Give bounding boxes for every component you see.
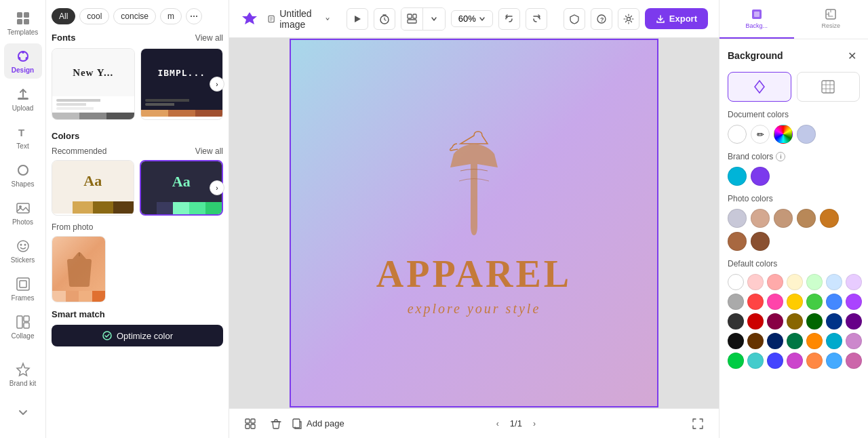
document-title[interactable]: Untitled image	[267, 8, 330, 30]
brand-color-cyan[interactable]	[728, 167, 747, 186]
sidebar-item-brand[interactable]: Brand kit	[4, 357, 42, 392]
default-color-25[interactable]	[806, 333, 823, 349]
default-color-28[interactable]	[728, 353, 744, 369]
default-color-10[interactable]	[787, 294, 803, 310]
default-color-27[interactable]	[846, 333, 862, 349]
bg-type-pattern[interactable]	[797, 72, 861, 102]
svg-rect-2	[17, 19, 22, 24]
default-color-15[interactable]	[747, 313, 764, 330]
default-color-14[interactable]	[728, 313, 744, 330]
default-color-18[interactable]	[806, 313, 823, 330]
timer-button[interactable]	[374, 8, 395, 30]
redo-button[interactable]	[526, 8, 547, 30]
from-photo-card[interactable]	[52, 236, 106, 302]
export-button[interactable]: Export	[645, 8, 708, 29]
canvas[interactable]: APPAREL explore your style	[291, 40, 657, 406]
photo-color-6[interactable]	[728, 232, 747, 251]
shield-icon-button[interactable]	[564, 8, 585, 30]
tab-resize[interactable]: Resize	[794, 0, 869, 39]
default-color-2[interactable]	[767, 274, 783, 290]
default-color-22[interactable]	[747, 333, 764, 349]
color-theme-card-1[interactable]: Aa	[52, 160, 134, 216]
default-color-30[interactable]	[767, 353, 783, 369]
default-color-12[interactable]	[826, 294, 842, 310]
sidebar-item-photos[interactable]: Photos	[4, 195, 42, 231]
add-page-button[interactable]: Add page	[292, 418, 344, 429]
font-cards-next-button[interactable]: ›	[210, 77, 224, 92]
default-color-13[interactable]	[846, 294, 862, 310]
photo-color-1[interactable]	[728, 209, 747, 228]
optimize-color-button[interactable]: Optimize color	[52, 325, 223, 346]
default-color-9[interactable]	[767, 294, 783, 310]
default-color-29[interactable]	[747, 353, 764, 369]
trash-button[interactable]	[266, 414, 286, 434]
filter-tab-cool[interactable]: cool	[79, 8, 109, 24]
sidebar-item-design[interactable]: Design	[4, 43, 42, 79]
default-color-31[interactable]	[787, 353, 803, 369]
default-color-17[interactable]	[787, 313, 803, 330]
sidebar-item-frames[interactable]: Frames	[4, 271, 42, 306]
bg-type-solid[interactable]	[728, 72, 791, 102]
layout-button[interactable]	[401, 8, 423, 30]
doc-color-rainbow[interactable]	[774, 125, 793, 144]
default-color-3[interactable]	[787, 274, 803, 290]
theme-cards-next-button[interactable]: ›	[210, 180, 224, 195]
default-color-32[interactable]	[806, 353, 823, 369]
sidebar-item-expand[interactable]	[4, 395, 42, 430]
sidebar-item-templates[interactable]: Templates	[4, 5, 42, 41]
brand-color-purple[interactable]	[751, 167, 770, 186]
default-color-23[interactable]	[767, 333, 783, 349]
tab-background[interactable]: Backg...	[719, 0, 794, 39]
fonts-view-all[interactable]: View all	[195, 33, 223, 43]
photo-color-4[interactable]	[797, 209, 816, 228]
doc-color-light-blue[interactable]	[797, 125, 816, 144]
default-color-6[interactable]	[846, 274, 862, 290]
play-button[interactable]	[347, 8, 368, 30]
default-color-33[interactable]	[826, 353, 842, 369]
photo-color-2[interactable]	[751, 209, 770, 228]
photo-color-5[interactable]	[820, 209, 839, 228]
default-color-5[interactable]	[826, 274, 842, 290]
default-color-7[interactable]	[728, 294, 744, 310]
fullscreen-button[interactable]	[688, 414, 708, 434]
default-color-21[interactable]	[728, 333, 744, 349]
filter-tab-all[interactable]: All	[52, 8, 75, 24]
default-color-1[interactable]	[747, 274, 764, 290]
default-color-34[interactable]	[846, 353, 862, 369]
default-color-0[interactable]	[728, 274, 744, 290]
font-card-1[interactable]: New Y...	[52, 48, 135, 120]
zoom-control[interactable]: 60%	[451, 10, 493, 27]
app-logo[interactable]	[240, 9, 259, 28]
help-button[interactable]: ?	[591, 8, 612, 30]
layout-chevron-button[interactable]	[423, 8, 445, 30]
default-color-20[interactable]	[846, 313, 862, 330]
filter-tab-concise[interactable]: concise	[113, 8, 156, 24]
undo-button[interactable]	[498, 8, 520, 30]
sidebar-item-shapes[interactable]: Shapes	[4, 157, 42, 193]
prev-page-button[interactable]: ‹	[490, 416, 506, 432]
default-color-11[interactable]	[806, 294, 823, 310]
sidebar-item-collage[interactable]: Collage	[4, 309, 42, 344]
default-color-16[interactable]	[767, 313, 783, 330]
from-photo-label: From photo	[52, 222, 93, 232]
photo-color-3[interactable]	[774, 209, 793, 228]
filter-tab-m[interactable]: m	[160, 8, 182, 24]
doc-color-white[interactable]	[728, 125, 747, 144]
default-color-8[interactable]	[747, 294, 764, 310]
sidebar-item-stickers[interactable]: Stickers	[4, 233, 42, 268]
colors-view-all[interactable]: View all	[195, 146, 223, 156]
bg-panel-close-button[interactable]: ✕	[844, 47, 860, 64]
default-color-24[interactable]	[787, 333, 803, 349]
default-color-19[interactable]	[826, 313, 842, 330]
svg-rect-30	[413, 14, 416, 18]
next-page-button[interactable]: ›	[526, 416, 542, 432]
sidebar-item-text[interactable]: T Text	[4, 119, 42, 155]
photo-color-7[interactable]	[751, 232, 770, 251]
sidebar-item-upload[interactable]: Upload	[4, 81, 42, 117]
filter-more-button[interactable]: ⋯	[186, 8, 202, 24]
default-color-26[interactable]	[826, 333, 842, 349]
color-picker-button[interactable]: ✏	[751, 125, 770, 144]
grid-button[interactable]	[240, 414, 260, 434]
default-color-4[interactable]	[806, 274, 823, 290]
settings-button[interactable]	[618, 8, 639, 30]
